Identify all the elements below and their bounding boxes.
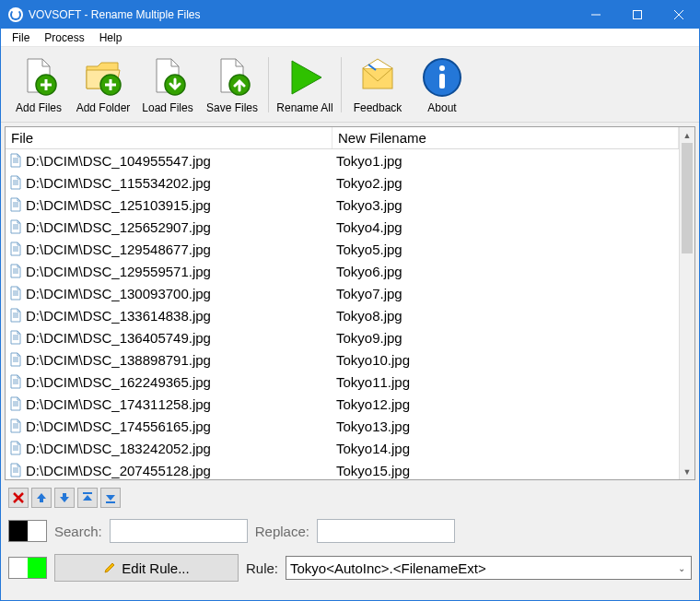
file-path: D:\DCIM\DSC_174556165.jpg bbox=[26, 418, 211, 434]
table-row[interactable]: D:\DCIM\DSC_125652907.jpgTokyo4.jpg bbox=[6, 216, 679, 238]
search-color-swatch[interactable] bbox=[8, 520, 47, 542]
rule-value: Tokyo<AutoInc>.<FilenameExt> bbox=[290, 560, 486, 576]
svg-rect-12 bbox=[363, 68, 392, 88]
rule-color-swatch[interactable] bbox=[8, 557, 47, 579]
play-icon bbox=[283, 55, 327, 100]
table-row[interactable]: D:\DCIM\DSC_104955547.jpgTokyo1.jpg bbox=[6, 149, 679, 171]
file-icon bbox=[9, 286, 22, 300]
list-action-buttons bbox=[8, 488, 692, 508]
new-filename: Tokyo1.jpg bbox=[336, 153, 402, 169]
table-row[interactable]: D:\DCIM\DSC_133614838.jpgTokyo8.jpg bbox=[6, 304, 679, 326]
file-path: D:\DCIM\DSC_162249365.jpg bbox=[26, 374, 211, 390]
menu-process[interactable]: Process bbox=[37, 29, 91, 46]
new-filename: Tokyo11.jpg bbox=[336, 374, 410, 390]
file-icon bbox=[9, 396, 22, 411]
table-row[interactable]: D:\DCIM\DSC_125103915.jpgTokyo3.jpg bbox=[6, 194, 679, 216]
menu-help[interactable]: Help bbox=[92, 29, 130, 46]
arrow-top-icon bbox=[81, 491, 94, 504]
svg-rect-1 bbox=[633, 11, 641, 19]
info-icon bbox=[420, 55, 464, 100]
new-filename: Tokyo7.jpg bbox=[336, 286, 402, 301]
chevron-down-icon: ⌄ bbox=[678, 563, 685, 573]
window-title: VOVSOFT - Rename Multiple Files bbox=[29, 8, 575, 21]
replace-input[interactable] bbox=[317, 519, 455, 543]
edit-rule-button[interactable]: Edit Rule... bbox=[54, 554, 239, 582]
file-icon bbox=[9, 175, 22, 190]
arrow-down-icon bbox=[58, 491, 71, 504]
table-row[interactable]: D:\DCIM\DSC_183242052.jpgTokyo14.jpg bbox=[6, 437, 679, 459]
feedback-label: Feedback bbox=[354, 101, 402, 114]
maximize-button[interactable] bbox=[616, 1, 658, 29]
load-files-button[interactable]: Load Files bbox=[135, 49, 200, 121]
file-upload-icon bbox=[210, 55, 254, 100]
table-row[interactable]: D:\DCIM\DSC_162249365.jpgTokyo11.jpg bbox=[6, 371, 679, 393]
file-path: D:\DCIM\DSC_136405749.jpg bbox=[26, 330, 211, 346]
toolbar-separator bbox=[268, 57, 269, 112]
new-filename: Tokyo8.jpg bbox=[336, 308, 402, 324]
new-filename: Tokyo2.jpg bbox=[336, 175, 402, 191]
table-row[interactable]: D:\DCIM\DSC_138898791.jpgTokyo10.jpg bbox=[6, 348, 679, 371]
search-input[interactable] bbox=[110, 519, 248, 543]
file-path: D:\DCIM\DSC_125652907.jpg bbox=[26, 219, 211, 235]
file-icon bbox=[9, 374, 22, 389]
bottom-panel: Search: Replace: Edit Rule... Rule: Toky… bbox=[1, 484, 699, 600]
file-icon bbox=[9, 197, 22, 212]
move-bottom-button[interactable] bbox=[100, 488, 121, 508]
vertical-scrollbar[interactable]: ▲ ▼ bbox=[679, 127, 694, 479]
feedback-button[interactable]: Feedback bbox=[345, 49, 410, 121]
file-list: File New Filename D:\DCIM\DSC_104955547.… bbox=[5, 126, 695, 480]
about-label: About bbox=[427, 101, 456, 114]
new-filename: Tokyo3.jpg bbox=[336, 197, 402, 213]
arrow-up-icon bbox=[35, 491, 48, 504]
column-header-newname[interactable]: New Filename bbox=[332, 127, 679, 148]
file-icon bbox=[9, 352, 22, 367]
file-icon bbox=[9, 242, 22, 256]
about-button[interactable]: About bbox=[410, 49, 474, 121]
file-path: D:\DCIM\DSC_183242052.jpg bbox=[26, 441, 211, 456]
table-row[interactable]: D:\DCIM\DSC_130093700.jpgTokyo7.jpg bbox=[6, 282, 679, 304]
x-icon bbox=[12, 491, 25, 504]
file-path: D:\DCIM\DSC_138898791.jpg bbox=[26, 352, 211, 368]
file-icon bbox=[9, 219, 22, 234]
delete-button[interactable] bbox=[8, 488, 29, 508]
toolbar: Add Files Add Folder Load Files Save Fil… bbox=[1, 47, 699, 123]
column-header-file[interactable]: File bbox=[6, 127, 332, 148]
table-row[interactable]: D:\DCIM\DSC_129548677.jpgTokyo5.jpg bbox=[6, 238, 679, 260]
new-filename: Tokyo6.jpg bbox=[336, 264, 402, 279]
rule-combobox[interactable]: Tokyo<AutoInc>.<FilenameExt> ⌄ bbox=[286, 556, 692, 580]
search-replace-row: Search: Replace: bbox=[8, 517, 692, 545]
table-row[interactable]: D:\DCIM\DSC_115534202.jpgTokyo2.jpg bbox=[6, 171, 679, 194]
minimize-button[interactable] bbox=[575, 1, 616, 29]
new-filename: Tokyo9.jpg bbox=[336, 330, 402, 346]
new-filename: Tokyo5.jpg bbox=[336, 242, 402, 257]
table-row[interactable]: D:\DCIM\DSC_174556165.jpgTokyo13.jpg bbox=[6, 415, 679, 437]
close-button[interactable] bbox=[658, 1, 699, 29]
table-row[interactable]: D:\DCIM\DSC_174311258.jpgTokyo12.jpg bbox=[6, 393, 679, 415]
file-path: D:\DCIM\DSC_129548677.jpg bbox=[26, 242, 211, 257]
app-icon bbox=[8, 7, 23, 22]
add-files-button[interactable]: Add Files bbox=[6, 49, 71, 121]
add-files-label: Add Files bbox=[16, 101, 62, 114]
file-plus-icon bbox=[17, 55, 61, 100]
table-row[interactable]: D:\DCIM\DSC_129559571.jpgTokyo6.jpg bbox=[6, 260, 679, 282]
scroll-down-arrow-icon[interactable]: ▼ bbox=[680, 464, 694, 479]
move-up-button[interactable] bbox=[31, 488, 52, 508]
file-path: D:\DCIM\DSC_174311258.jpg bbox=[26, 396, 211, 412]
save-files-button[interactable]: Save Files bbox=[200, 49, 264, 121]
menu-file[interactable]: File bbox=[5, 29, 37, 46]
table-row[interactable]: D:\DCIM\DSC_207455128.jpgTokyo15.jpg bbox=[6, 459, 679, 479]
table-row[interactable]: D:\DCIM\DSC_136405749.jpgTokyo9.jpg bbox=[6, 326, 679, 348]
toolbar-separator bbox=[341, 57, 342, 112]
file-path: D:\DCIM\DSC_133614838.jpg bbox=[26, 308, 211, 324]
new-filename: Tokyo15.jpg bbox=[336, 463, 410, 478]
scroll-up-arrow-icon[interactable]: ▲ bbox=[680, 127, 694, 143]
svg-point-14 bbox=[439, 65, 445, 71]
move-down-button[interactable] bbox=[54, 488, 75, 508]
scroll-thumb[interactable] bbox=[682, 143, 693, 253]
add-folder-button[interactable]: Add Folder bbox=[71, 49, 135, 121]
move-top-button[interactable] bbox=[77, 488, 98, 508]
replace-label: Replace: bbox=[255, 524, 309, 539]
rename-all-button[interactable]: Rename All bbox=[273, 49, 337, 121]
rule-row: Edit Rule... Rule: Tokyo<AutoInc>.<Filen… bbox=[8, 554, 692, 582]
file-path: D:\DCIM\DSC_129559571.jpg bbox=[26, 264, 211, 279]
